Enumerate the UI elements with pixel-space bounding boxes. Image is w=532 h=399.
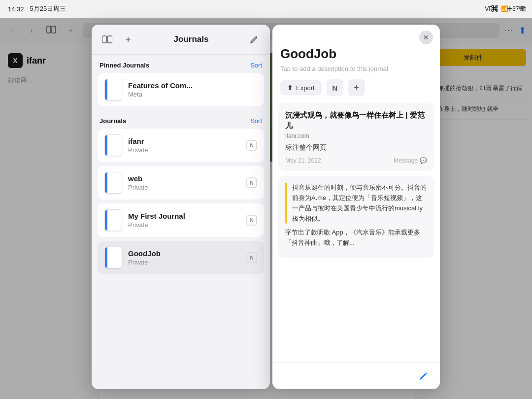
entry-label: 标注整个网页 <box>285 143 427 152</box>
journal-sub-myfirst: Private <box>128 221 240 229</box>
journal-icon-ifanr <box>104 134 122 156</box>
message-icon: Message 💬 <box>394 157 427 164</box>
copy-icon[interactable]: ⧉ <box>521 4 526 13</box>
journals-title: Journals <box>141 34 241 44</box>
pinned-section-header: Pinned Journals Sort <box>98 55 264 73</box>
notion-mark-goodjob: N <box>246 252 257 263</box>
journals-section-header: Journals Sort <box>98 110 264 129</box>
journal-info: Features of Com... Meta <box>128 81 257 98</box>
sidebar-toggle-button[interactable] <box>100 32 115 47</box>
journal-icon <box>104 79 122 100</box>
highlight-text: 抖音从诞生的时刻，便与音乐密不可分。抖音的前身为A.me，其定位便为「音乐短视频… <box>292 183 427 224</box>
detail-footer <box>272 362 440 389</box>
journal-name-myfirst: My First Journal <box>128 212 240 220</box>
entry-date: May 21, 2022 <box>285 157 321 164</box>
pinned-sort-button[interactable]: Sort <box>250 62 262 69</box>
highlight-bar <box>285 183 287 224</box>
journal-icon-myfirst <box>104 209 122 231</box>
entry-link-title: 沉浸式观鸟，就要像鸟一样住在树上 | 爱范儿 <box>285 110 427 131</box>
add-journal-button[interactable]: + <box>120 32 136 47</box>
journal-icon-goodjob <box>104 247 122 268</box>
entry-body-text: 字节出了款听歌 App，《汽水音乐》能承载更多「抖音神曲」哦，了解... <box>285 228 427 248</box>
notion-mark-web: N <box>246 177 257 188</box>
notion-mark-myfirst: N <box>246 215 257 226</box>
journals-body: Pinned Journals Sort Features of Com... … <box>92 55 270 389</box>
journal-info-web: web Private <box>128 174 240 191</box>
status-time: 14:32 <box>8 5 24 13</box>
add-icon[interactable]: + <box>507 3 513 15</box>
svg-rect-2 <box>102 36 106 43</box>
notion-icon: N <box>332 84 337 92</box>
export-button[interactable]: ⬆ Export <box>280 80 322 95</box>
detail-title: GoodJob <box>272 46 440 65</box>
journal-item-features[interactable]: Features of Com... Meta <box>98 73 264 106</box>
entry-meta: May 21, 2022 Message 💬 <box>285 157 427 164</box>
journals-sort-button[interactable]: Sort <box>250 117 262 125</box>
message-label: Message <box>394 157 418 164</box>
notion-mark-ifanr: N <box>246 140 257 151</box>
compose-button[interactable] <box>246 32 262 47</box>
detail-body: 沉浸式观鸟，就要像鸟一样住在树上 | 爱范儿 ifanr.com 标注整个网页 … <box>272 103 440 362</box>
journals-label: Journals <box>100 117 126 125</box>
svg-rect-3 <box>107 36 112 43</box>
journal-name-goodjob: GoodJob <box>128 249 240 258</box>
system-icons: ⌘ + ⧉ <box>490 0 526 18</box>
journal-info-myfirst: My First Journal Private <box>128 212 240 229</box>
journal-sub-goodjob: Private <box>128 259 240 266</box>
journal-name-web: web <box>128 174 240 183</box>
journals-panel: + Journals Pinned Journals Sort Features… <box>92 25 270 389</box>
journal-item-ifanr[interactable]: ifanr Private N <box>98 129 264 162</box>
detail-panel: ✕ GoodJob Tap to add a description to th… <box>272 25 440 389</box>
journals-header: + Journals <box>92 25 270 55</box>
add-button[interactable]: + <box>348 79 365 96</box>
entry-link-url: ifanr.com <box>285 133 427 139</box>
export-icon: ⬆ <box>287 84 293 92</box>
journal-sub-ifanr: Private <box>128 146 240 154</box>
add-icon: + <box>354 83 359 93</box>
journal-sub: Meta <box>128 91 257 98</box>
notion-button[interactable]: N <box>327 79 343 96</box>
journal-item-goodjob[interactable]: GoodJob Private N <box>98 241 264 274</box>
entry-card-link: 沉浸式观鸟，就要像鸟一样住在树上 | 爱范儿 ifanr.com 标注整个网页 … <box>278 103 434 171</box>
status-date: 5月25日周三 <box>30 4 66 13</box>
journal-item-myfirst[interactable]: My First Journal Private N <box>98 203 264 237</box>
detail-actions: ⬆ Export N + <box>272 79 440 103</box>
journal-icon-web <box>104 172 122 194</box>
journal-sub-web: Private <box>128 184 240 191</box>
detail-header: ✕ <box>272 25 440 46</box>
journal-name-ifanr: ifanr <box>128 137 240 145</box>
journal-name: Features of Com... <box>128 81 257 90</box>
entry-card-highlight: 抖音从诞生的时刻，便与音乐密不可分。抖音的前身为A.me，其定位便为「音乐短视频… <box>278 176 434 258</box>
detail-description: Tap to add a description to this journal <box>272 65 440 79</box>
pinned-label: Pinned Journals <box>100 62 149 69</box>
export-label: Export <box>296 84 315 92</box>
close-button[interactable]: ✕ <box>419 31 433 44</box>
journal-item-web[interactable]: web Private N <box>98 166 264 200</box>
edit-button[interactable] <box>415 367 432 384</box>
highlight-content: 抖音从诞生的时刻，便与音乐密不可分。抖音的前身为A.me，其定位便为「音乐短视频… <box>285 183 427 224</box>
cmd-icon[interactable]: ⌘ <box>490 3 499 14</box>
journal-info-ifanr: ifanr Private <box>128 137 240 154</box>
journal-info-goodjob: GoodJob Private <box>128 249 240 266</box>
status-bar: 14:32 5月25日周三 VPN 📶 37% ⌘ + ⧉ <box>0 0 532 18</box>
